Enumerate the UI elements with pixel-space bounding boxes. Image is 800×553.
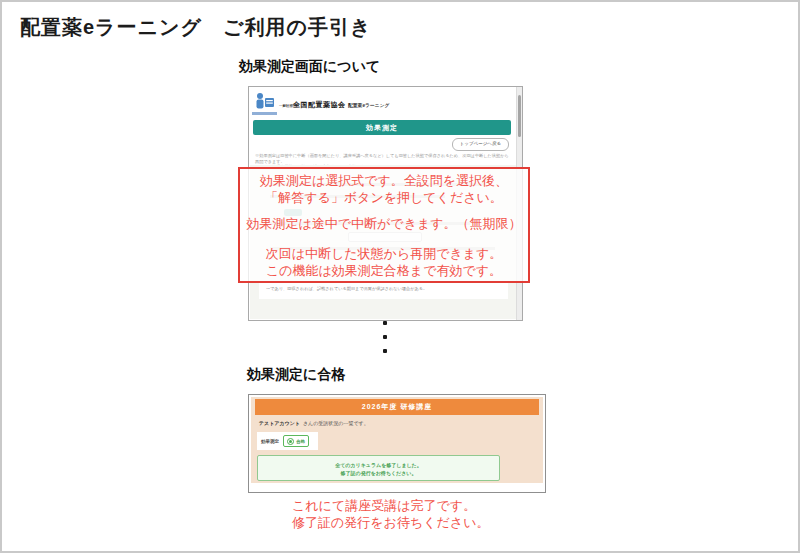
section-heading-effect-test-screen: 効果測定画面について [239, 58, 380, 76]
result-row-label: 効果測定 [261, 439, 279, 444]
effect-test-result-row: 効果測定 合格 [257, 432, 318, 450]
callout-line: 「解答する」ボタンを押してください。 [240, 189, 528, 206]
screenshot-pass-result: 2026年度 研修講座 テストアカウントさんの受講状況の一覧です。 効果測定 合… [248, 394, 546, 493]
complete-line-2: 修了証の発行をお待ちください。 [258, 469, 499, 477]
completion-note-line-1: これにて講座受講は完了です。 [292, 497, 489, 514]
account-status-suffix: さんの受講状況の一覧です。 [303, 420, 369, 426]
callout-line: 効果測定は選択式です。全設問を選択後、 [240, 172, 528, 189]
note-line-1: ※効果測定は回答中に中断（画面を閉じたり、講座受講へ戻るなど）しても回答した状態… [255, 153, 510, 164]
pass-badge-label: 合格 [296, 439, 305, 444]
scrollbar-thumb[interactable] [518, 95, 521, 137]
guide-page: 配置薬eラーニング ご利用の手引き 効果測定画面について 一般社団法人 全国配置… [0, 0, 800, 553]
panel-footer-strip [250, 483, 544, 491]
instruction-callout: 効果測定は選択式です。全設問を選択後、 「解答する」ボタンを押してください。 効… [238, 167, 530, 283]
completion-note-line-2: 修了証の発行をお待ちください。 [292, 514, 489, 531]
effect-test-banner: 効果測定 [253, 120, 511, 135]
back-to-top-button[interactable]: トップページへ戻る [452, 138, 509, 151]
section-heading-pass: 効果測定に合格 [247, 366, 345, 384]
pass-status-badge: 合格 [283, 435, 309, 447]
curriculum-complete-box: 全てのカリキュラムを修了しました。 修了証の発行をお待ちください。 [257, 455, 500, 481]
ellipsis-dot [383, 335, 387, 339]
page-title: 配置薬eラーニング ご利用の手引き [20, 14, 371, 41]
callout-line: 効果測定は途中で中断ができます。（無期限） [240, 215, 528, 232]
ellipsis-dot [383, 349, 387, 353]
account-status-line: テストアカウントさんの受講状況の一覧です。 [259, 420, 369, 426]
pass-check-icon [287, 438, 294, 445]
logo-caption-bar [252, 112, 277, 115]
service-name-label: 配置薬eラーニング [348, 102, 390, 108]
question-fragment-box: 〜であり、回収されれば、記載されている期日まで品質が保証されない場合がある。 [259, 282, 508, 299]
ellipsis-dot [383, 321, 387, 325]
completion-note: これにて講座受講は完了です。 修了証の発行をお待ちください。 [292, 497, 489, 531]
course-year-banner: 2026年度 研修講座 [255, 399, 539, 415]
question-fragment-text: 〜であり、回収されれば、記載されている期日まで品質が保証されない場合がある。 [266, 286, 427, 291]
org-name-label: 全国配置薬協会 [293, 100, 346, 110]
callout-line: この機能は効果測定合格まで有効です。 [240, 262, 528, 279]
account-name: テストアカウント [259, 420, 300, 426]
complete-line-1: 全てのカリキュラムを修了しました。 [258, 461, 499, 469]
association-logo-icon [253, 92, 275, 110]
callout-line: 次回は中断した状態から再開できます。 [240, 245, 528, 262]
